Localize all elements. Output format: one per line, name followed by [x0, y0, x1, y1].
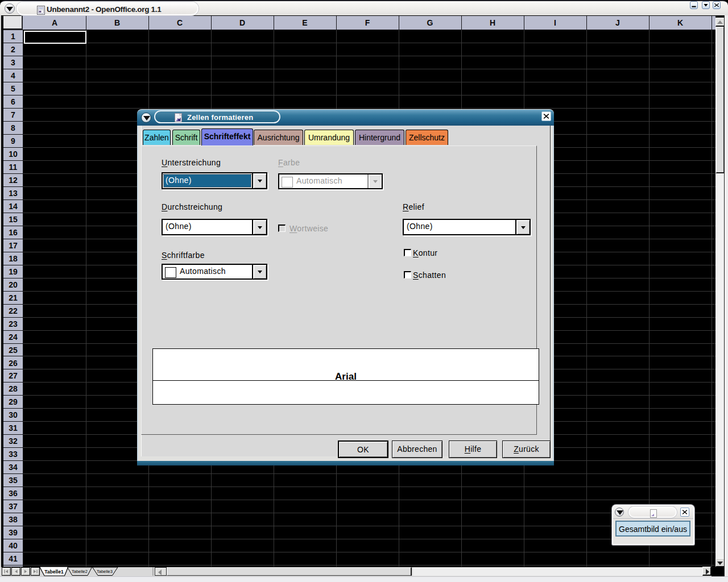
- svg-text:Tabelle1: Tabelle1: [44, 569, 64, 575]
- svg-text:Tabelle3: Tabelle3: [97, 569, 113, 574]
- svg-text:Tabelle2: Tabelle2: [72, 569, 88, 574]
